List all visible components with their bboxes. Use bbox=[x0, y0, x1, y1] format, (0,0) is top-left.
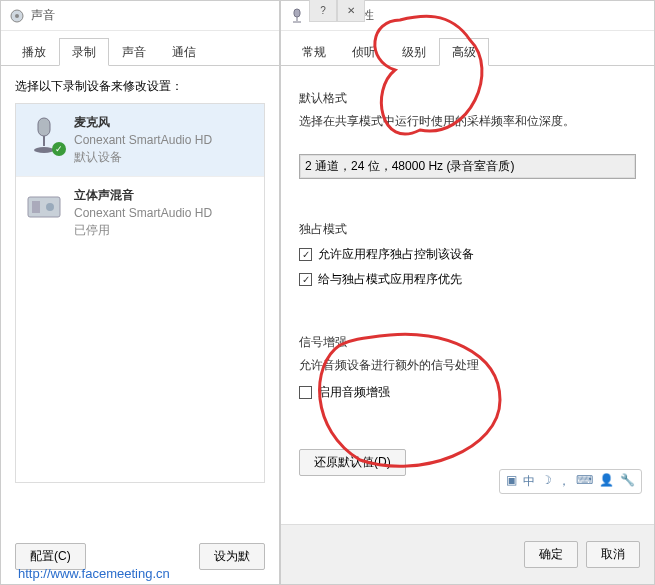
exclusive-cb1-row[interactable]: ✓ 允许应用程序独占控制该设备 bbox=[299, 246, 636, 263]
tab-communications[interactable]: 通信 bbox=[159, 38, 209, 66]
set-default-button[interactable]: 设为默 bbox=[199, 543, 265, 570]
device-sub: Conexant SmartAudio HD bbox=[74, 133, 212, 147]
svg-rect-8 bbox=[294, 9, 300, 17]
exclusive-cb2-label: 给与独占模式应用程序优先 bbox=[318, 271, 462, 288]
microphone-small-icon bbox=[289, 8, 305, 24]
checkbox-icon bbox=[299, 386, 312, 399]
svg-rect-6 bbox=[32, 201, 40, 213]
tab-advanced[interactable]: 高级 bbox=[439, 38, 489, 66]
restore-defaults-button[interactable]: 还原默认值(D) bbox=[299, 449, 406, 476]
format-select[interactable]: 2 通道，24 位，48000 Hz (录音室音质) bbox=[299, 154, 636, 179]
format-select-value: 2 通道，24 位，48000 Hz (录音室音质) bbox=[305, 159, 514, 173]
signal-cb-label: 启用音频增强 bbox=[318, 384, 390, 401]
device-info: 麦克风 Conexant SmartAudio HD 默认设备 bbox=[74, 114, 212, 166]
window-controls: ? ✕ bbox=[309, 0, 365, 22]
sound-body: 选择以下录制设备来修改设置： ✓ 麦克风 Conexant SmartAudio… bbox=[1, 66, 279, 495]
sound-titlebar: 声音 bbox=[1, 1, 279, 31]
ime-toolbar[interactable]: ▣ 中 ☽ ， ⌨ 👤 🔧 bbox=[499, 469, 642, 494]
device-list[interactable]: ✓ 麦克风 Conexant SmartAudio HD 默认设备 立体声混音 … bbox=[15, 103, 265, 483]
sound-window: 声音 播放 录制 声音 通信 选择以下录制设备来修改设置： ✓ 麦克风 Cone… bbox=[0, 0, 280, 585]
device-sub: Conexant SmartAudio HD bbox=[74, 206, 212, 220]
sound-title: 声音 bbox=[31, 7, 55, 24]
speaker-icon bbox=[9, 8, 25, 24]
default-format-desc: 选择在共享模式中运行时使用的采样频率和位深度。 bbox=[299, 113, 636, 130]
tab-playback[interactable]: 播放 bbox=[9, 38, 59, 66]
device-row-stereomix[interactable]: 立体声混音 Conexant SmartAudio HD 已停用 bbox=[16, 176, 264, 249]
default-format-title: 默认格式 bbox=[299, 90, 636, 107]
device-row-microphone[interactable]: ✓ 麦克风 Conexant SmartAudio HD 默认设备 bbox=[16, 104, 264, 176]
svg-point-7 bbox=[46, 203, 54, 211]
soundcard-icon bbox=[24, 187, 64, 227]
exclusive-title: 独占模式 bbox=[299, 221, 636, 238]
tab-sounds[interactable]: 声音 bbox=[109, 38, 159, 66]
signal-cb-row[interactable]: 启用音频增强 bbox=[299, 384, 636, 401]
device-name: 立体声混音 bbox=[74, 187, 212, 204]
ime-lang[interactable]: 中 bbox=[523, 473, 535, 490]
svg-point-4 bbox=[34, 147, 54, 153]
prop-tabs: 常规 侦听 级别 高级 bbox=[281, 31, 654, 66]
ok-button[interactable]: 确定 bbox=[524, 541, 578, 568]
ime-person-icon[interactable]: 👤 bbox=[599, 473, 614, 490]
properties-window: 麦克风 属性 常规 侦听 级别 高级 默认格式 选择在共享模式中运行时使用的采样… bbox=[280, 0, 655, 585]
sound-tabs: 播放 录制 声音 通信 bbox=[1, 31, 279, 66]
tab-recording[interactable]: 录制 bbox=[59, 38, 109, 66]
checkbox-icon: ✓ bbox=[299, 248, 312, 261]
instruction-text: 选择以下录制设备来修改设置： bbox=[15, 78, 265, 95]
exclusive-cb1-label: 允许应用程序独占控制该设备 bbox=[318, 246, 474, 263]
checkbox-icon: ✓ bbox=[299, 273, 312, 286]
prop-footer: 确定 取消 bbox=[281, 524, 654, 584]
signal-desc: 允许音频设备进行额外的信号处理 bbox=[299, 357, 636, 374]
device-status: 已停用 bbox=[74, 222, 212, 239]
tab-general[interactable]: 常规 bbox=[289, 38, 339, 66]
microphone-icon: ✓ bbox=[24, 114, 64, 154]
device-info: 立体声混音 Conexant SmartAudio HD 已停用 bbox=[74, 187, 212, 239]
ime-frame-icon: ▣ bbox=[506, 473, 517, 490]
tab-levels[interactable]: 级别 bbox=[389, 38, 439, 66]
ime-keyboard-icon[interactable]: ⌨ bbox=[576, 473, 593, 490]
svg-point-1 bbox=[15, 14, 19, 18]
signal-title: 信号增强 bbox=[299, 334, 636, 351]
device-name: 麦克风 bbox=[74, 114, 212, 131]
ime-wrench-icon[interactable]: 🔧 bbox=[620, 473, 635, 490]
cancel-button[interactable]: 取消 bbox=[586, 541, 640, 568]
device-status: 默认设备 bbox=[74, 149, 212, 166]
close-button[interactable]: ✕ bbox=[337, 0, 365, 22]
exclusive-cb2-row[interactable]: ✓ 给与独占模式应用程序优先 bbox=[299, 271, 636, 288]
tab-listen[interactable]: 侦听 bbox=[339, 38, 389, 66]
watermark-url: http://www.facemeeting.cn bbox=[18, 566, 170, 581]
ime-moon-icon[interactable]: ☽ bbox=[541, 473, 552, 490]
help-button[interactable]: ? bbox=[309, 0, 337, 22]
svg-rect-2 bbox=[38, 118, 50, 136]
ime-comma-icon[interactable]: ， bbox=[558, 473, 570, 490]
default-check-icon: ✓ bbox=[52, 142, 66, 156]
